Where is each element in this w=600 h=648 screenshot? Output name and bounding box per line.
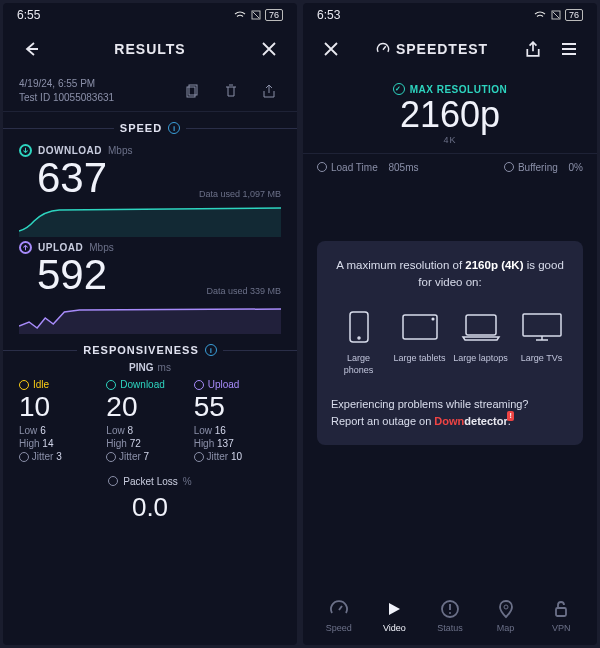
svg-point-19 <box>504 605 508 609</box>
upload-icon <box>19 241 32 254</box>
max-resolution-sub: 4K <box>303 135 597 145</box>
download-block: DOWNLOAD Mbps 637 Data used 1,097 MB <box>3 140 297 237</box>
svg-rect-12 <box>523 314 561 336</box>
trash-icon <box>224 84 238 98</box>
svg-line-6 <box>383 46 386 50</box>
nav-video[interactable]: Video <box>367 597 423 633</box>
packet-icon <box>108 476 118 486</box>
downdetector-link[interactable]: Downdetector! <box>434 415 507 427</box>
max-resolution-block: MAX RESOLUTION 2160p 4K <box>303 71 597 154</box>
share-button[interactable] <box>521 37 545 61</box>
svg-point-10 <box>432 318 434 320</box>
ping-ring-icon <box>194 380 204 390</box>
nav-speed[interactable]: Speed <box>311 597 367 633</box>
nav-status[interactable]: Status <box>422 597 478 633</box>
ping-ring-icon <box>106 380 116 390</box>
ping-value: 20 <box>106 392 193 423</box>
device-item: Large phones <box>331 307 386 376</box>
nav-map[interactable]: Map <box>478 597 534 633</box>
svg-point-18 <box>449 612 451 614</box>
status-bar: 6:55 76 <box>3 3 297 27</box>
share-icon <box>525 41 541 57</box>
nav-icon <box>422 597 478 621</box>
results-screen: 6:55 76 RESULTS 4/19/24, 6:55 PM Test ID… <box>3 3 297 645</box>
ping-header: PING ms <box>3 362 297 373</box>
status-time: 6:55 <box>17 8 40 22</box>
bottom-nav: SpeedVideoStatusMapVPN <box>303 585 597 645</box>
share-button[interactable] <box>257 79 281 103</box>
svg-line-15 <box>339 606 342 610</box>
download-icon <box>19 144 32 157</box>
outage-text: Experiencing problems while streaming? R… <box>331 396 569 429</box>
hamburger-icon <box>561 42 577 56</box>
device-item: Large laptops <box>453 307 508 376</box>
svg-rect-20 <box>556 608 566 616</box>
ping-ring-icon <box>19 380 29 390</box>
svg-line-1 <box>253 12 259 18</box>
share-icon <box>262 84 276 98</box>
device-item: Large tablets <box>392 307 447 376</box>
load-icon <box>317 162 327 172</box>
ping-col-upload: Upload55Low 16High 137 Jitter 10 <box>194 379 281 462</box>
info-icon[interactable]: i <box>205 344 217 356</box>
info-icon[interactable]: i <box>168 122 180 134</box>
speedtest-logo-icon <box>376 42 390 56</box>
copy-button[interactable] <box>181 79 205 103</box>
arrow-left-icon <box>22 40 40 58</box>
test-meta: 4/19/24, 6:55 PM Test ID 10055083631 <box>3 71 297 112</box>
ping-col-download: Download20Low 8High 72 Jitter 7 <box>106 379 193 462</box>
status-bar: 6:53 76 <box>303 3 597 27</box>
max-resolution-value: 2160p <box>303 95 597 135</box>
packet-loss-block: Packet Loss % 0.0 <box>3 462 297 533</box>
device-card: A maximum resolution of 2160p (4K) is go… <box>317 241 583 446</box>
delete-button[interactable] <box>219 79 243 103</box>
ping-value: 10 <box>19 392 106 423</box>
svg-point-8 <box>358 337 360 339</box>
battery-indicator: 76 <box>265 9 283 21</box>
speed-section-header: SPEED i <box>3 112 297 140</box>
meta-actions <box>181 79 281 103</box>
nav-vpn[interactable]: VPN <box>533 597 589 633</box>
device-card-text: A maximum resolution of 2160p (4K) is go… <box>331 257 569 292</box>
test-date: 4/19/24, 6:55 PM <box>19 77 114 91</box>
device-item: Large TVs <box>514 307 569 376</box>
close-icon <box>323 41 339 57</box>
ping-col-idle: Idle10Low 6High 14 Jitter 3 <box>19 379 106 462</box>
close-button[interactable] <box>319 37 343 61</box>
nav-icon <box>533 597 589 621</box>
status-indicators: 76 <box>233 9 283 21</box>
no-sim-icon <box>251 10 261 20</box>
menu-button[interactable] <box>557 37 581 61</box>
device-icon <box>396 307 444 347</box>
copy-icon <box>186 84 200 98</box>
nav-icon <box>311 597 367 621</box>
upload-block: UPLOAD Mbps 592 Data used 339 MB <box>3 237 297 334</box>
ping-grid: Idle10Low 6High 14 Jitter 3Download20Low… <box>3 379 297 462</box>
jitter-icon <box>19 452 29 462</box>
no-sim-icon <box>551 10 561 20</box>
responsiveness-section-header: RESPONSIVENESS i <box>3 334 297 362</box>
close-button[interactable] <box>257 37 281 61</box>
device-icon <box>335 307 383 347</box>
page-title: RESULTS <box>43 41 257 57</box>
svg-rect-11 <box>466 315 496 335</box>
header: RESULTS <box>3 27 297 71</box>
status-time: 6:53 <box>317 8 340 22</box>
video-test-screen: 6:53 76 SPEEDTEST MAX RESOLUTION 2160p 4… <box>303 3 597 645</box>
buffering: Buffering 0% <box>504 162 583 173</box>
brand: SPEEDTEST <box>343 41 521 57</box>
buffer-icon <box>504 162 514 172</box>
device-icon <box>518 307 566 347</box>
device-icon <box>457 307 505 347</box>
ping-value: 55 <box>194 392 281 423</box>
back-button[interactable] <box>19 37 43 61</box>
device-grid: Large phonesLarge tabletsLarge laptopsLa… <box>331 307 569 376</box>
nav-icon <box>478 597 534 621</box>
nav-icon <box>367 597 423 621</box>
battery-indicator: 76 <box>565 9 583 21</box>
wifi-icon <box>233 10 247 20</box>
test-id: Test ID 10055083631 <box>19 91 114 105</box>
upload-chart <box>19 298 281 334</box>
status-indicators: 76 <box>533 9 583 21</box>
close-icon <box>261 41 277 57</box>
